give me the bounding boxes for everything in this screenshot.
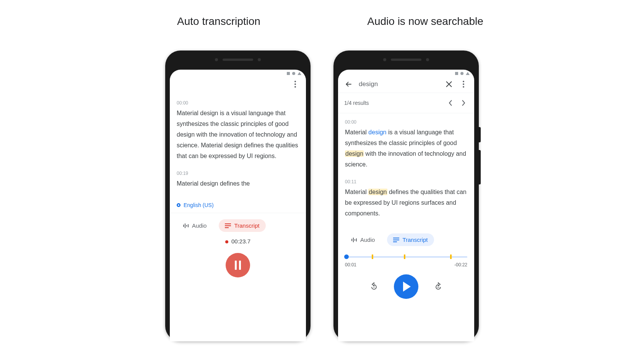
svg-rect-6 [183,225,184,227]
svg-rect-12 [225,227,229,228]
waveform-icon [183,223,189,229]
svg-point-5 [294,86,296,88]
svg-rect-10 [225,223,231,224]
svg-rect-9 [188,224,189,227]
svg-rect-27 [356,238,357,241]
svg-text:10: 10 [437,286,440,289]
svg-rect-30 [393,241,397,242]
timestamp: 00:11 [345,179,467,184]
seek-current: 00:01 [345,262,356,267]
tab-audio[interactable]: Audio [177,219,213,232]
tab-transcript[interactable]: Transcript [387,233,434,246]
radio-icon [177,203,181,207]
pause-button[interactable] [226,253,250,277]
svg-rect-28 [393,238,399,238]
results-count: 1/4 results [344,100,369,106]
more-icon[interactable] [291,80,300,89]
svg-point-16 [460,72,463,75]
transcript-text: Material design defines the [177,178,299,189]
seek-slider[interactable] [345,253,467,261]
search-match: design [368,129,386,135]
play-button[interactable] [394,274,418,299]
more-icon[interactable] [459,80,468,89]
svg-rect-25 [353,238,354,242]
svg-rect-14 [239,261,241,270]
replay-5-icon[interactable]: 5 [369,282,379,291]
transcript-text: Material design is a visual language tha… [177,108,299,161]
seek-remaining: -00:22 [454,262,467,267]
back-icon[interactable] [344,80,353,89]
search-match: design [368,189,387,195]
svg-rect-7 [185,223,185,228]
timestamp: 00:00 [345,119,467,125]
svg-marker-32 [403,282,411,292]
heading-auto-transcription: Auto transcription [146,15,291,28]
svg-rect-15 [455,72,458,75]
timestamp: 00:00 [177,100,299,106]
seek-thumb[interactable] [344,254,349,259]
svg-marker-17 [466,72,470,75]
close-icon[interactable] [444,80,454,89]
svg-point-4 [294,83,296,85]
transcript-text: Material design defines the qualities th… [345,187,467,219]
svg-rect-26 [355,239,355,241]
svg-marker-2 [298,72,301,75]
timestamp: 00:19 [177,171,299,176]
statusbar [338,70,474,76]
svg-text:5: 5 [373,286,375,289]
svg-point-1 [292,72,295,75]
tab-audio[interactable]: Audio [345,233,381,246]
tab-audio-label: Audio [192,222,207,229]
search-match: design [345,150,364,157]
svg-point-3 [294,81,296,82]
forward-10-icon[interactable]: 10 [434,282,443,291]
svg-rect-13 [235,261,237,270]
svg-point-21 [463,81,464,82]
statusbar [170,70,306,76]
svg-point-22 [463,83,464,85]
tab-audio-label: Audio [360,236,375,243]
next-result-icon[interactable] [459,98,468,108]
svg-point-23 [463,86,464,88]
tab-transcript-label: Transcript [234,222,259,229]
language-selector[interactable]: English (US) [170,202,306,213]
tab-transcript-label: Transcript [402,236,428,243]
phone-right: design 1/4 results 00:00 [333,51,479,341]
recording-time: 00:23.7 [170,235,306,248]
phone-left: 00:00 Material design is a visual langua… [165,51,311,341]
waveform-icon [351,237,357,243]
tab-transcript[interactable]: Transcript [219,219,265,232]
transcript-icon [393,238,399,242]
language-label: English (US) [184,202,214,208]
transcript-icon [225,223,231,228]
svg-rect-29 [393,240,399,240]
record-dot-icon [225,240,228,243]
heading-searchable: Audio is now searchable [353,15,498,28]
search-input[interactable]: design [359,80,439,88]
svg-rect-24 [351,239,352,241]
transcript-text: Material design is a visual language tha… [345,127,467,170]
svg-rect-8 [186,225,187,227]
svg-rect-11 [225,225,231,226]
svg-rect-0 [287,72,290,75]
prev-result-icon[interactable] [446,98,455,108]
